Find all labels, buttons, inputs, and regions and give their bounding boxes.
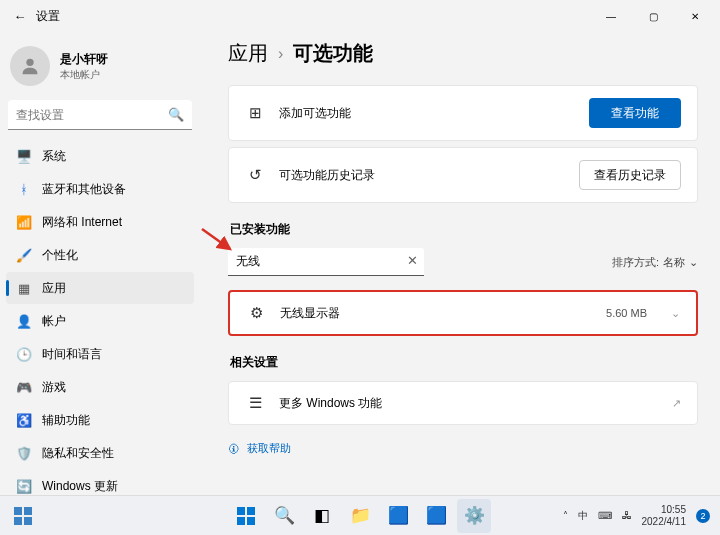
settings-taskbar-icon[interactable]: ⚙️ [457, 499, 491, 533]
user-name: 是小轩呀 [60, 51, 108, 68]
sidebar-item-label: 帐户 [42, 313, 66, 330]
sort-label: 排序方式: [612, 255, 659, 270]
view-history-button[interactable]: 查看历史记录 [579, 160, 681, 190]
clear-icon[interactable]: ✕ [407, 253, 418, 268]
chevron-down-icon: ⌄ [671, 307, 680, 320]
clock-time: 10:55 [642, 504, 687, 516]
svg-rect-3 [24, 507, 32, 515]
sidebar-item-label: 辅助功能 [42, 412, 90, 429]
search-icon: 🔍 [168, 107, 184, 122]
bluetooth-icon: ᚼ [16, 181, 32, 197]
history-label: 可选功能历史记录 [279, 167, 565, 184]
sidebar-item-gaming[interactable]: 🎮游戏 [6, 371, 194, 403]
related-section-title: 相关设置 [230, 354, 698, 371]
page-title: 可选功能 [293, 40, 373, 67]
network-tray-icon[interactable]: 🖧 [622, 510, 632, 521]
avatar [10, 46, 50, 86]
sidebar-item-label: 隐私和安全性 [42, 445, 114, 462]
settings-search[interactable]: 🔍 [8, 100, 192, 130]
svg-rect-8 [237, 517, 245, 525]
maximize-button[interactable]: ▢ [632, 0, 674, 32]
sidebar-item-accounts[interactable]: 👤帐户 [6, 305, 194, 337]
taskbar-app-icon[interactable]: 🟦 [419, 499, 453, 533]
time-icon: 🕒 [16, 346, 32, 362]
close-button[interactable]: ✕ [674, 0, 716, 32]
sidebar-item-bluetooth[interactable]: ᚼ蓝牙和其他设备 [6, 173, 194, 205]
tray-chevron-icon[interactable]: ˄ [563, 510, 568, 521]
history-card: ↺ 可选功能历史记录 查看历史记录 [228, 147, 698, 203]
breadcrumb-parent[interactable]: 应用 [228, 40, 268, 67]
more-windows-features[interactable]: ☰ 更多 Windows 功能 ↗ [228, 381, 698, 425]
explorer-icon[interactable]: 📁 [343, 499, 377, 533]
ime-icon[interactable]: 中 [578, 509, 588, 523]
sort-value: 名称 [663, 255, 685, 270]
add-icon: ⊞ [245, 104, 265, 122]
accessibility-icon: ♿ [16, 412, 32, 428]
chevron-right-icon: › [278, 45, 283, 63]
svg-rect-2 [14, 507, 22, 515]
sidebar-item-time[interactable]: 🕒时间和语言 [6, 338, 194, 370]
user-profile[interactable]: 是小轩呀 本地帐户 [6, 40, 194, 100]
view-features-button[interactable]: 查看功能 [589, 98, 681, 128]
sidebar-item-privacy[interactable]: 🛡️隐私和安全性 [6, 437, 194, 469]
installed-section-title: 已安装功能 [230, 221, 698, 238]
get-help-link[interactable]: 🛈 获取帮助 [228, 441, 698, 456]
task-view-icon[interactable]: ◧ [305, 499, 339, 533]
privacy-icon: 🛡️ [16, 445, 32, 461]
update-icon: 🔄 [16, 478, 32, 494]
search-input[interactable] [8, 100, 192, 130]
taskbar-search-icon[interactable]: 🔍 [267, 499, 301, 533]
notification-badge[interactable]: 2 [696, 509, 710, 523]
sidebar-item-label: Windows 更新 [42, 478, 118, 495]
back-button[interactable]: ← [4, 9, 36, 24]
feature-wireless-display[interactable]: ⚙ 无线显示器 5.60 MB ⌄ [228, 290, 698, 336]
add-feature-card: ⊞ 添加可选功能 查看功能 [228, 85, 698, 141]
user-account-type: 本地帐户 [60, 68, 108, 82]
svg-rect-6 [237, 507, 245, 515]
system-icon: 🖥️ [16, 148, 32, 164]
external-link-icon: ↗ [672, 397, 681, 410]
gear-icon: ⚙ [246, 304, 266, 322]
sidebar-item-label: 蓝牙和其他设备 [42, 181, 126, 198]
more-windows-label: 更多 Windows 功能 [279, 395, 658, 412]
sidebar-item-label: 系统 [42, 148, 66, 165]
svg-rect-9 [247, 517, 255, 525]
history-icon: ↺ [245, 166, 265, 184]
sidebar-item-label: 时间和语言 [42, 346, 102, 363]
list-icon: ☰ [245, 394, 265, 412]
apps-icon: ▦ [16, 280, 32, 296]
keyboard-icon[interactable]: ⌨ [598, 510, 612, 521]
window-title: 设置 [36, 8, 60, 25]
feature-search-input[interactable] [228, 248, 424, 276]
sidebar-item-accessibility[interactable]: ♿辅助功能 [6, 404, 194, 436]
sidebar-item-apps[interactable]: ▦应用 [6, 272, 194, 304]
svg-rect-5 [24, 517, 32, 525]
sidebar-item-network[interactable]: 📶网络和 Internet [6, 206, 194, 238]
network-icon: 📶 [16, 214, 32, 230]
sidebar-item-system[interactable]: 🖥️系统 [6, 140, 194, 172]
add-feature-label: 添加可选功能 [279, 105, 575, 122]
svg-rect-4 [14, 517, 22, 525]
widgets-button[interactable] [6, 499, 40, 533]
start-button[interactable] [229, 499, 263, 533]
svg-point-0 [26, 59, 33, 66]
sort-control[interactable]: 排序方式: 名称 ⌄ [612, 255, 698, 270]
sidebar-item-label: 个性化 [42, 247, 78, 264]
sidebar-item-label: 网络和 Internet [42, 214, 122, 231]
feature-search[interactable]: ✕ [228, 248, 424, 276]
clock[interactable]: 10:55 2022/4/11 [642, 504, 687, 527]
personalize-icon: 🖌️ [16, 247, 32, 263]
minimize-button[interactable]: — [590, 0, 632, 32]
accounts-icon: 👤 [16, 313, 32, 329]
sidebar-item-label: 游戏 [42, 379, 66, 396]
chevron-down-icon: ⌄ [689, 256, 698, 269]
feature-size: 5.60 MB [606, 307, 647, 319]
help-icon: 🛈 [228, 443, 239, 455]
taskbar: 🔍 ◧ 📁 🟦 🟦 ⚙️ ˄ 中 ⌨ 🖧 10:55 2022/4/11 2 [0, 495, 720, 535]
edge-icon[interactable]: 🟦 [381, 499, 415, 533]
breadcrumb: 应用 › 可选功能 [228, 40, 698, 67]
clock-date: 2022/4/11 [642, 516, 687, 528]
sidebar-item-personalize[interactable]: 🖌️个性化 [6, 239, 194, 271]
help-label: 获取帮助 [247, 441, 291, 456]
svg-rect-7 [247, 507, 255, 515]
